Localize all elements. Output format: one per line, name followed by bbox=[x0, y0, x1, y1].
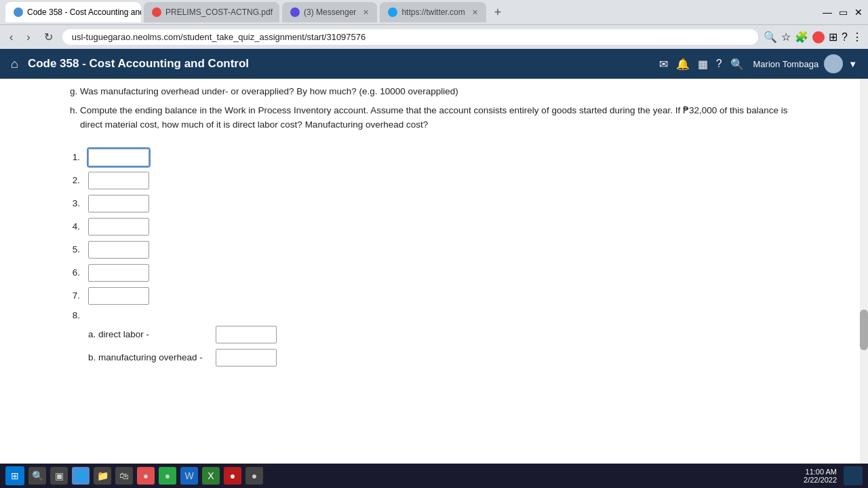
taskbar: ⊞ 🔍 ▣ 🌐 📁 🛍 ● ● W X ● ● 11:00 AM 2/22/20… bbox=[0, 464, 868, 488]
header-icons: ✉ 🔔 ▦ ? 🔍 bbox=[659, 58, 744, 71]
answer-row-6: 6. bbox=[61, 264, 807, 282]
answer-row-5: 5. bbox=[61, 241, 807, 259]
user-area[interactable]: Marion Tombaga ▼ bbox=[753, 54, 857, 73]
answer-num-3: 3. bbox=[61, 198, 80, 208]
browser-tab-bar: Code 358 - Cost Accounting and ✕ PRELIMS… bbox=[0, 0, 868, 24]
app-title: Code 358 - Cost Accounting and Control bbox=[28, 57, 650, 71]
new-tab-button[interactable]: + bbox=[489, 5, 507, 20]
tab-close-3[interactable]: ✕ bbox=[363, 8, 369, 17]
user-name: Marion Tombaga bbox=[753, 59, 819, 69]
app-header: ⌂ Code 358 - Cost Accounting and Control… bbox=[0, 49, 868, 79]
taskbar-icon-7[interactable]: ● bbox=[224, 467, 241, 485]
answer-input-4[interactable] bbox=[88, 218, 149, 236]
answer-row-2: 2. bbox=[61, 172, 807, 189]
address-row: ‹ › ↻ 🔍 ☆ 🧩 ⊞ ? ⋮ bbox=[0, 24, 868, 49]
settings-icon[interactable]: ⋮ bbox=[852, 31, 863, 43]
answer-input-2[interactable] bbox=[88, 172, 149, 189]
bell-icon[interactable]: 🔔 bbox=[676, 58, 690, 71]
tab-label-3: (3) Messenger bbox=[304, 7, 356, 17]
taskbar-icon-blue[interactable]: W bbox=[180, 467, 198, 485]
tab-cost-accounting[interactable]: Code 358 - Cost Accounting and ✕ bbox=[5, 2, 141, 22]
address-input[interactable] bbox=[62, 29, 758, 45]
tab-favicon-4 bbox=[388, 7, 397, 17]
taskbar-clock: 11:00 AM 2/22/2022 bbox=[804, 468, 837, 484]
tab-label-1: Code 358 - Cost Accounting and bbox=[27, 7, 141, 17]
sub-items-8: a. direct labor - b. manufacturing overh… bbox=[61, 326, 807, 367]
tab-close-4[interactable]: ✕ bbox=[472, 8, 478, 17]
answer-num-2: 2. bbox=[61, 175, 80, 185]
mail-icon[interactable]: ✉ bbox=[659, 58, 668, 71]
taskbar-browser[interactable]: 🌐 bbox=[72, 467, 90, 485]
sub-label-8a: a. direct labor - bbox=[88, 329, 210, 339]
sub-label-8b: b. manufacturing overhead - bbox=[88, 352, 210, 362]
minimize-button[interactable]: — bbox=[823, 7, 832, 18]
answer-num-6: 6. bbox=[61, 267, 80, 278]
answer-row-8: 8. bbox=[61, 310, 807, 320]
taskbar-store[interactable]: 🛍 bbox=[115, 467, 133, 485]
user-avatar bbox=[824, 54, 843, 73]
answer-num-7: 7. bbox=[61, 290, 80, 301]
answer-num-8: 8. bbox=[61, 310, 80, 320]
tab-label-2: PRELIMS_COST-ACTNG.pdf bbox=[165, 7, 273, 17]
sub-row-8a: a. direct labor - bbox=[88, 326, 807, 343]
search-header-icon[interactable]: 🔍 bbox=[730, 58, 744, 71]
answer-input-6[interactable] bbox=[88, 264, 149, 282]
start-button[interactable]: ⊞ bbox=[5, 466, 24, 485]
question-icon[interactable]: ? bbox=[716, 58, 722, 70]
forward-button[interactable]: › bbox=[22, 30, 34, 45]
answer-num-4: 4. bbox=[61, 221, 80, 231]
maximize-button[interactable]: ▭ bbox=[839, 7, 848, 18]
answer-row-4: 4. bbox=[61, 218, 807, 236]
reload-button[interactable]: ↻ bbox=[40, 29, 57, 45]
answer-row-3: 3. bbox=[61, 195, 807, 212]
scrollbar-thumb[interactable] bbox=[860, 309, 868, 350]
browser-icon-1 bbox=[812, 31, 825, 43]
taskbar-icon-red[interactable]: ● bbox=[137, 467, 155, 485]
tab-pdf[interactable]: PRELIMS_COST-ACTNG.pdf ✕ bbox=[144, 2, 279, 22]
answer-row-1: 1. bbox=[61, 149, 807, 166]
bookmark-icon[interactable]: ☆ bbox=[781, 31, 791, 43]
close-button[interactable]: ✕ bbox=[854, 7, 863, 18]
help-icon[interactable]: ? bbox=[842, 31, 848, 43]
answer-input-1[interactable] bbox=[88, 149, 149, 166]
sub-input-8b[interactable] bbox=[216, 349, 277, 367]
back-button[interactable]: ‹ bbox=[5, 30, 17, 45]
answer-num-1: 1. bbox=[61, 152, 80, 162]
sub-input-8a[interactable] bbox=[216, 326, 277, 343]
clock-time: 11:00 AM bbox=[804, 468, 837, 476]
sub-row-8b: b. manufacturing overhead - bbox=[88, 349, 807, 367]
taskbar-search[interactable]: 🔍 bbox=[28, 467, 46, 485]
grid-icon[interactable]: ⊞ bbox=[829, 31, 837, 43]
tab-favicon-1 bbox=[14, 7, 23, 17]
tab-label-4: https://twitter.com bbox=[401, 7, 465, 17]
tab-favicon-3 bbox=[290, 7, 300, 17]
taskbar-icon-8[interactable]: ● bbox=[245, 467, 263, 485]
answer-input-7[interactable] bbox=[88, 287, 149, 305]
notification-icon[interactable] bbox=[844, 466, 863, 485]
taskbar-excel[interactable]: X bbox=[202, 467, 220, 485]
question-text: Was manufacturing overhead under- or ove… bbox=[61, 79, 807, 143]
home-icon[interactable]: ⌂ bbox=[11, 57, 18, 71]
scrollbar[interactable] bbox=[860, 79, 868, 464]
question-g: Was manufacturing overhead under- or ove… bbox=[80, 84, 807, 99]
answer-input-5[interactable] bbox=[88, 241, 149, 259]
user-dropdown-icon[interactable]: ▼ bbox=[848, 59, 857, 69]
search-icon[interactable]: 🔍 bbox=[764, 31, 777, 43]
answer-input-3[interactable] bbox=[88, 195, 149, 212]
grid-nav-icon[interactable]: ▦ bbox=[698, 58, 708, 71]
taskbar-widgets[interactable]: ▣ bbox=[50, 467, 68, 485]
taskbar-files[interactable]: 📁 bbox=[94, 467, 111, 485]
answer-row-7: 7. bbox=[61, 287, 807, 305]
main-content: Was manufacturing overhead under- or ove… bbox=[0, 79, 868, 464]
question-h: Compute the ending balance in the Work i… bbox=[80, 103, 807, 132]
taskbar-icon-green[interactable]: ● bbox=[159, 467, 176, 485]
clock-date: 2/22/2022 bbox=[804, 476, 837, 484]
address-icons: 🔍 ☆ 🧩 ⊞ ? ⋮ bbox=[764, 31, 863, 43]
tab-favicon-2 bbox=[152, 7, 161, 17]
tab-messenger[interactable]: (3) Messenger ✕ bbox=[282, 2, 377, 22]
answer-num-5: 5. bbox=[61, 244, 80, 255]
tab-twitter[interactable]: https://twitter.com ✕ bbox=[380, 2, 486, 22]
extension-icon[interactable]: 🧩 bbox=[795, 31, 808, 43]
